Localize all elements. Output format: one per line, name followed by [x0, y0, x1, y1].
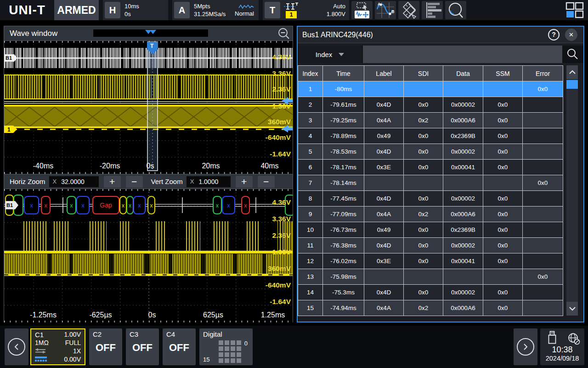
table-cell: [523, 285, 563, 300]
table-cell: 0x2369B: [443, 128, 483, 144]
table-cell: -78.53ms: [323, 144, 364, 160]
table-row[interactable]: 15-74.94ms0x4A0x20x000A60x0: [298, 300, 563, 316]
table-cell: 10: [298, 222, 323, 238]
zoom-out-button[interactable]: [277, 27, 290, 40]
search-icon: [567, 48, 579, 60]
column-header: Data: [443, 66, 483, 81]
volt-label: -640mV: [266, 281, 291, 289]
table-cell: -78.14ms: [323, 175, 364, 191]
acquire-mode-value: Normal: [235, 10, 254, 17]
table-cell: 0x0: [523, 81, 563, 97]
waveform-position-bar[interactable]: [93, 29, 208, 37]
table-row[interactable]: 4-78.89ms0x490x00x2369B0x0: [298, 128, 563, 144]
curve-ab-tool-button[interactable]: A B: [375, 1, 396, 19]
bus-table: IndexTimeLabelSDIDataSSMError 1-80ms0x02…: [298, 65, 563, 316]
time-label: 40ms: [260, 162, 278, 170]
measure-tool-button[interactable]: [398, 1, 419, 19]
table-row[interactable]: 13-75.98ms0x0: [298, 269, 563, 285]
channel3-panel[interactable]: C3 OFF: [126, 328, 159, 365]
scroll-up-button[interactable]: [566, 65, 578, 79]
acquisition-status-badge: ARMED: [54, 0, 99, 20]
scroll-down-button[interactable]: [566, 302, 578, 316]
table-cell: 0x4D: [364, 97, 404, 113]
cursor-select-tool-button[interactable]: [351, 1, 373, 19]
quad-window-icon: [565, 1, 584, 19]
acquire-settings[interactable]: A 5Mpts 31.25MSa/s Normal: [172, 0, 259, 20]
bus-frame-label: x: [122, 202, 125, 209]
table-row[interactable]: 7-78.14ms0x0: [298, 175, 563, 191]
table-cell: [523, 300, 563, 316]
statistics-tool-button[interactable]: [422, 1, 443, 19]
horiz-zoom-minus-button[interactable]: −: [126, 176, 143, 188]
table-row[interactable]: 3-79.25ms0x4A0x20x000A60x0: [298, 113, 563, 128]
table-row[interactable]: 9-77.09ms0x4A0x20x000A60x0: [298, 207, 563, 222]
table-cell: 9: [298, 207, 323, 222]
table-cell: 0x49: [364, 222, 404, 238]
horizontal-offset-value: 0s: [124, 10, 139, 18]
help-button[interactable]: ?: [548, 29, 560, 40]
table-cell: 0x000A6: [443, 113, 483, 128]
table-row[interactable]: 12-76.02ms0x3E0x00x000410x0: [298, 253, 563, 269]
bus-panel-title: Bus1 ARINC429(446): [302, 31, 373, 39]
zoom-waveform-plot[interactable]: xxxxGapxxxxxxx B1: [4, 189, 293, 322]
vert-zoom-minus-button[interactable]: −: [258, 176, 275, 188]
scrollbar-thumb[interactable]: [566, 80, 578, 89]
horiz-zoom-plus-button[interactable]: +: [104, 176, 121, 188]
table-cell: [523, 128, 563, 144]
table-cell: -78.17ms: [323, 160, 364, 175]
digital-channel-square: [219, 340, 223, 345]
table-cell: 11: [298, 238, 323, 253]
table-cell: 0x49: [364, 128, 404, 144]
main-waveform-plot[interactable]: T B1 1 4.36V3.36V2.36V1.36V360mV-640mV-1…: [4, 41, 293, 174]
table-cell: [483, 81, 523, 97]
channel4-panel[interactable]: C4 OFF: [163, 328, 196, 365]
wave-window-header: Wave window: [4, 26, 293, 41]
table-cell: -79.61ms: [323, 97, 364, 113]
time-label: 1.25ms: [261, 311, 285, 319]
position-marker-icon: [150, 30, 156, 34]
table-cell: 0x0: [404, 191, 443, 207]
table-cell: 0x000A6: [443, 207, 483, 222]
digital-channels-panel[interactable]: Digital 0 15: [199, 328, 253, 365]
table-row[interactable]: 14-75.3ms0x4D0x00x000020x0: [298, 285, 563, 300]
table-cell: [364, 269, 404, 285]
channel-bar-prev-button[interactable]: [5, 328, 28, 365]
table-row[interactable]: 1-80ms0x0: [298, 81, 563, 97]
digital-channel-square: [219, 358, 223, 363]
zoom-region-indicator[interactable]: [147, 42, 158, 171]
memory-depth-value: 5Mpts: [194, 2, 226, 10]
search-tool-button[interactable]: [445, 1, 466, 19]
table-row[interactable]: 5-78.53ms0x4D0x00x000020x0: [298, 144, 563, 160]
horizontal-settings[interactable]: H 10ms 0s: [103, 0, 168, 20]
table-row[interactable]: 2-79.61ms0x4D0x00x000020x0: [298, 97, 563, 113]
table-scrollbar[interactable]: [566, 65, 578, 316]
system-status-panel[interactable]: 10:38 2024/09/18: [540, 328, 584, 365]
channel3-state: OFF: [126, 342, 159, 354]
channel-bar-next-button[interactable]: [514, 328, 537, 365]
table-cell: -77.09ms: [323, 207, 364, 222]
search-filter-dropdown[interactable]: Index: [298, 46, 362, 63]
bus-frame-label: x: [81, 202, 85, 209]
channel4-state: OFF: [163, 342, 196, 354]
table-cell: 0x0: [483, 222, 523, 238]
close-button[interactable]: ✕: [565, 29, 577, 41]
horiz-zoom-field[interactable]: X 32.0000: [49, 176, 99, 187]
vert-zoom-plus-button[interactable]: +: [236, 176, 253, 188]
volt-label: 1.36V: [272, 248, 291, 256]
table-row[interactable]: 6-78.17ms0x3E0x00x000410x0: [298, 160, 563, 175]
search-button[interactable]: [562, 46, 583, 63]
channel2-panel[interactable]: C2 OFF: [89, 328, 122, 365]
digital-channel-square: [219, 352, 223, 357]
channel1-offset: 0.00V: [64, 356, 81, 363]
trigger-settings[interactable]: T 1 Auto 1.800V: [263, 0, 349, 20]
vert-zoom-field[interactable]: X 1.0000: [187, 176, 231, 187]
table-cell: 14: [298, 285, 323, 300]
table-row[interactable]: 8-77.45ms0x4D0x00x000020x0: [298, 191, 563, 207]
table-row[interactable]: 10-76.73ms0x490x00x2369B0x0: [298, 222, 563, 238]
window-layout-button[interactable]: [564, 1, 585, 19]
search-input[interactable]: [363, 46, 562, 63]
table-cell: 0x00002: [443, 97, 483, 113]
table-cell: 0x3E: [364, 253, 404, 269]
table-row[interactable]: 11-76.38ms0x4D0x00x000020x0: [298, 238, 563, 253]
channel1-panel[interactable]: C1 1.00V 1MΩ FULL 1X 0.00V: [30, 328, 85, 365]
